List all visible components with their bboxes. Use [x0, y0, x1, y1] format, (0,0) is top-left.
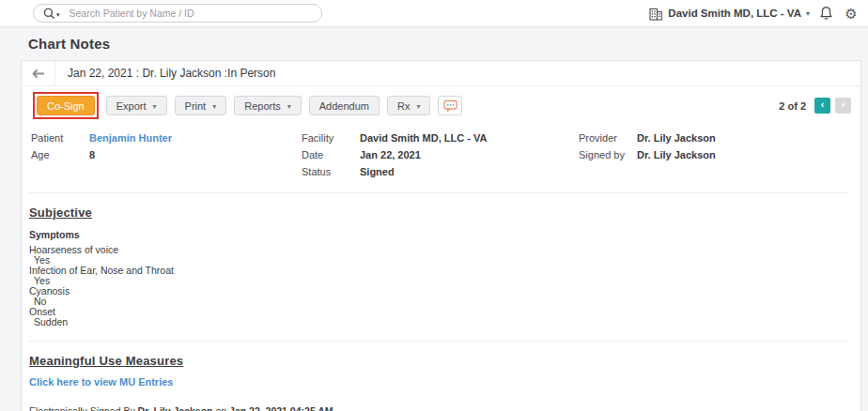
note-toolbar: Co-Sign Export ▾ Print ▾ Reports ▾ Adden… [22, 86, 860, 125]
page-heading-band: Chart Notes [0, 27, 868, 60]
back-button[interactable] [22, 61, 55, 85]
status-label: Status [302, 166, 360, 177]
info-row-facility: Facility David Smith MD, LLC - VA [302, 132, 579, 144]
search-scope-caret-icon[interactable]: ▾ [56, 11, 60, 19]
symptom-question: Hoarseness of voice [29, 245, 847, 255]
page-title: Chart Notes [28, 36, 868, 52]
topbar-right: David Smith MD, LLC - VA ▾ ⚙ [648, 4, 868, 23]
patient-name-link[interactable]: Benjamin Hunter [89, 132, 172, 144]
symptom-answer: Sudden [29, 317, 847, 327]
facility-label: Facility [302, 132, 360, 144]
print-button[interactable]: Print ▾ [175, 96, 227, 115]
note-header: Jan 22, 2021 : Dr. Lily Jackson :In Pers… [22, 61, 860, 86]
note-info-grid: Patient Benjamin Hunter Age 8 Facility D… [22, 125, 860, 192]
mu-heading: Meaningful Use Measures [29, 354, 847, 368]
signedby-label: Signed by [579, 149, 637, 160]
signedby-value: Dr. Lily Jackson [637, 149, 716, 160]
speech-bubble-icon [443, 99, 457, 113]
mu-entries-link[interactable]: Click here to view MU Entries [29, 376, 173, 388]
symptom-answer: Yes [29, 276, 847, 286]
practice-caret-icon: ▾ [806, 9, 810, 18]
facility-value: David Smith MD, LLC - VA [360, 132, 487, 144]
prev-note-button[interactable]: ‹ [814, 98, 830, 114]
cosign-highlight-box: Co-Sign [33, 92, 99, 119]
rx-button[interactable]: Rx ▾ [387, 96, 430, 115]
signature-name: Dr. Lily Jackson [138, 405, 213, 411]
signature-datetime: Jan 22, 2021 04:25 AM [229, 405, 333, 411]
mu-section: Meaningful Use Measures Click here to vi… [22, 342, 860, 389]
date-label: Date [302, 149, 360, 160]
signature-conjunction: on [215, 405, 226, 411]
next-note-button[interactable]: › [835, 98, 851, 114]
provider-value: Dr. Lily Jackson [637, 132, 716, 144]
search-icon[interactable] [43, 8, 55, 20]
pager-count: 2 of 2 [779, 100, 806, 112]
reports-button[interactable]: Reports ▾ [234, 96, 302, 115]
export-label: Export [116, 100, 147, 112]
rx-label: Rx [397, 100, 410, 112]
info-column-provider: Provider Dr. Lily Jackson Signed by Dr. … [579, 132, 716, 177]
note-title: Jan 22, 2021 : Dr. Lily Jackson :In Pers… [55, 67, 275, 80]
subjective-heading: Subjective [29, 206, 847, 220]
arrow-left-icon [31, 68, 45, 79]
info-column-visit: Facility David Smith MD, LLC - VA Date J… [302, 132, 579, 177]
status-value: Signed [360, 166, 395, 177]
age-label: Age [31, 149, 89, 160]
chevron-down-icon: ▾ [287, 102, 291, 111]
signature-prefix: Electronically Signed By [29, 405, 135, 411]
signature-line: Electronically Signed By Dr. Lily Jackso… [22, 389, 860, 411]
note-pager: 2 of 2 ‹ › [779, 98, 851, 114]
info-row-patient: Patient Benjamin Hunter [31, 132, 302, 144]
practice-name: David Smith MD, LLC - VA [668, 8, 801, 19]
notifications-button[interactable] [816, 4, 835, 23]
info-row-provider: Provider Dr. Lily Jackson [579, 132, 716, 144]
addendum-label: Addendum [319, 100, 369, 112]
addendum-button[interactable]: Addendum [309, 96, 380, 115]
info-column-patient: Patient Benjamin Hunter Age 8 [31, 132, 302, 177]
building-icon [648, 7, 663, 21]
symptom-answer: No [29, 297, 847, 307]
info-row-date: Date Jan 22, 2021 [302, 149, 579, 160]
chevron-down-icon: ▾ [153, 102, 157, 111]
info-row-signedby: Signed by Dr. Lily Jackson [579, 149, 716, 160]
bell-icon [819, 6, 833, 21]
age-value: 8 [89, 149, 95, 160]
date-value: Jan 22, 2021 [360, 149, 421, 160]
info-row-status: Status Signed [302, 166, 579, 177]
symptoms-heading: Symptoms [29, 229, 847, 240]
chevron-left-icon: ‹ [821, 98, 825, 112]
provider-label: Provider [579, 132, 637, 144]
note-card: Jan 22, 2021 : Dr. Lily Jackson :In Pers… [21, 60, 861, 411]
comment-button[interactable] [438, 96, 462, 115]
export-button[interactable]: Export ▾ [106, 96, 167, 115]
top-bar: ▾ [0, 0, 868, 27]
chevron-right-icon: › [842, 98, 845, 112]
symptom-question: Infection of Ear, Nose and Throat [29, 266, 847, 276]
chevron-down-icon: ▾ [212, 102, 216, 111]
practice-selector[interactable]: David Smith MD, LLC - VA ▾ [648, 7, 810, 21]
reports-label: Reports [244, 100, 281, 112]
patient-label: Patient [31, 132, 89, 144]
chevron-down-icon: ▾ [416, 102, 420, 111]
chart-notes-page: ▾ [0, 0, 868, 411]
patient-search[interactable]: ▾ [33, 4, 322, 23]
cosign-button[interactable]: Co-Sign [37, 96, 95, 115]
symptom-question: Cyanosis [29, 286, 847, 297]
search-input[interactable] [70, 8, 312, 19]
symptom-question: Onset [29, 307, 847, 317]
subjective-section: Subjective Symptoms Hoarseness of voice … [22, 193, 860, 341]
print-label: Print [185, 100, 207, 112]
settings-button[interactable]: ⚙ [842, 4, 860, 23]
gear-icon: ⚙ [845, 7, 857, 21]
info-row-age: Age 8 [31, 149, 302, 160]
